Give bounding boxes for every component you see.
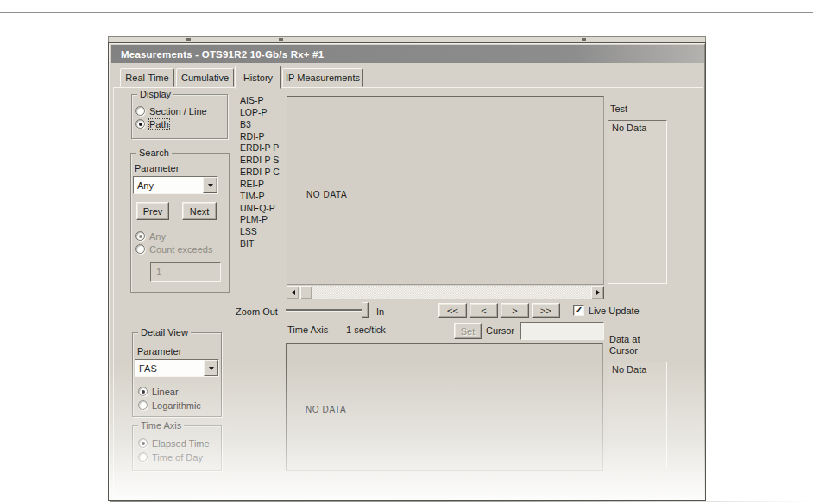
tab-label: Cumulative	[180, 72, 230, 83]
tab-label: IP Measurements	[284, 72, 362, 83]
history-tab-page	[113, 87, 703, 500]
tab-label: Real-Time	[123, 72, 170, 83]
page-bottom-rule	[110, 501, 811, 502]
window-title: Measurements - OTS91R2 10-Gb/s Rx+ #1	[121, 49, 324, 60]
tab-history[interactable]: History	[235, 66, 281, 89]
background-window-fragment	[186, 38, 191, 41]
tab-ip-measurements[interactable]: IP Measurements	[282, 68, 363, 87]
tab-real-time[interactable]: Real-Time	[120, 68, 174, 87]
background-window-fragment	[582, 38, 586, 41]
tab-label: History	[242, 72, 274, 83]
measurements-dialog: Measurements - OTS91R2 10-Gb/s Rx+ #1 Re…	[108, 42, 706, 501]
background-window-edge	[108, 36, 706, 42]
background-window-fragment	[279, 38, 283, 41]
tab-cumulative[interactable]: Cumulative	[176, 68, 234, 87]
page-top-rule	[0, 12, 813, 13]
titlebar[interactable]: Measurements - OTS91R2 10-Gb/s Rx+ #1	[111, 45, 704, 63]
manual-page: Measurements - OTS91R2 10-Gb/s Rx+ #1 Re…	[0, 0, 813, 504]
